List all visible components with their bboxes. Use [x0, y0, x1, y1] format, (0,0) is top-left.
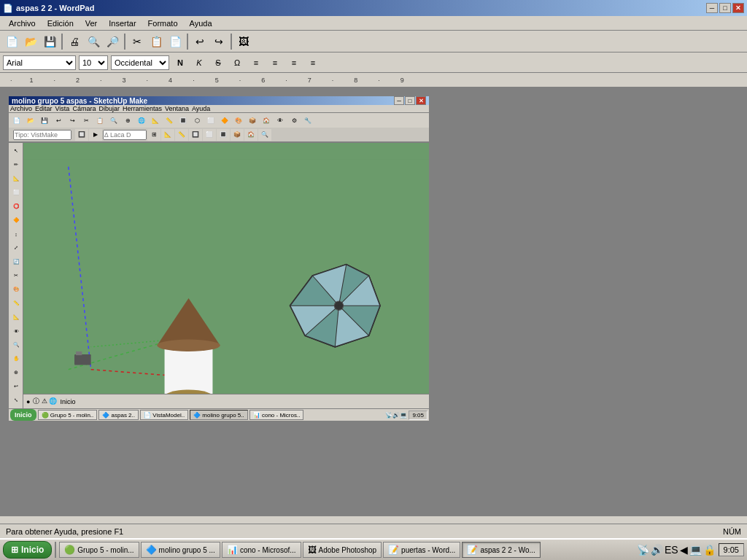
sk-menu-editar[interactable]: Editar: [35, 105, 53, 112]
sk-tool-19[interactable]: ⤡: [9, 394, 23, 407]
sk-btn-t3[interactable]: ⊞: [147, 129, 160, 141]
new-button[interactable]: 📄: [3, 33, 20, 50]
menu-formato[interactable]: Formato: [142, 18, 184, 29]
sk-menu-camara[interactable]: Cámara: [72, 105, 96, 112]
sk-tool-7[interactable]: ↕: [9, 228, 23, 241]
sk-tool-8[interactable]: ⤢: [9, 241, 23, 254]
print-button[interactable]: 🖨: [66, 33, 83, 50]
symbol-button[interactable]: Ω: [229, 55, 245, 70]
sk-start-btn[interactable]: Inicio: [10, 409, 36, 421]
sk-btn-18[interactable]: 📦: [246, 114, 259, 126]
sk-btn-22[interactable]: 🔧: [301, 114, 314, 126]
align-left-button[interactable]: ≡: [248, 55, 264, 70]
maximize-button[interactable]: □: [719, 3, 731, 13]
sk-tool-6[interactable]: 🔶: [9, 214, 23, 227]
sk-tool-18[interactable]: ↩: [9, 380, 23, 393]
sk-btn-t7[interactable]: ⬜: [203, 129, 216, 141]
sk-btn-13[interactable]: 🔳: [177, 114, 190, 126]
list-button[interactable]: ≡: [305, 55, 321, 70]
paste-button[interactable]: 📄: [166, 33, 184, 50]
sk-btn-11[interactable]: 📐: [149, 114, 162, 126]
start-button[interactable]: ⊞ Inicio: [3, 541, 52, 559]
print-preview-button[interactable]: 🔍: [85, 33, 102, 50]
sk-btn-t6[interactable]: 🔲: [189, 129, 202, 141]
sk-btn-20[interactable]: 👁: [274, 114, 287, 126]
sk-btn-9[interactable]: ⊕: [121, 114, 134, 126]
menu-ayuda[interactable]: Ayuda: [184, 18, 218, 29]
save-button[interactable]: 💾: [41, 33, 58, 50]
taskbar-btn-3[interactable]: 🖼 Adobe Photoshop: [303, 542, 382, 558]
sk-close-button[interactable]: ✕: [416, 96, 426, 105]
sk-btn-t5[interactable]: 📏: [175, 129, 188, 141]
sk-tool-11[interactable]: 🎨: [9, 283, 23, 296]
align-right-button[interactable]: ≡: [286, 55, 302, 70]
sk-tool-2[interactable]: ✏: [9, 158, 23, 171]
sk-menu-ayuda[interactable]: Ayuda: [192, 105, 210, 112]
sk-new-btn[interactable]: 📄: [10, 114, 23, 126]
sk-btn-t1[interactable]: 🔲: [75, 129, 88, 141]
sk-tool-10[interactable]: ✂: [9, 269, 23, 282]
sk-select-tool[interactable]: ↖: [9, 144, 23, 158]
open-button[interactable]: 📂: [22, 33, 39, 50]
sk-tool-15[interactable]: 🔍: [9, 338, 23, 351]
sk-btn-21[interactable]: ⚙: [287, 114, 301, 126]
sk-tool-12[interactable]: 📏: [9, 297, 23, 310]
sk-type-input[interactable]: [13, 130, 71, 140]
sk-btn-t9[interactable]: 📦: [231, 129, 244, 141]
sk-taskbar-btn-5[interactable]: 📊 cono - Micros..: [249, 410, 304, 420]
sk-btn-14[interactable]: ⬡: [190, 114, 204, 126]
arrow-left-icon[interactable]: ◀: [680, 544, 688, 556]
sk-tool-17[interactable]: ⊕: [9, 366, 23, 379]
strikethrough-button[interactable]: S: [210, 55, 226, 70]
taskbar-btn-4[interactable]: 📝 puertas - Word...: [383, 542, 460, 558]
sk-menu-vista[interactable]: Vista: [55, 105, 70, 112]
sk-tool-13[interactable]: 📐: [9, 311, 23, 324]
menu-insertar[interactable]: Insertar: [103, 18, 142, 29]
sk-menu-dibujar[interactable]: Dibujar: [98, 105, 120, 112]
sk-search-box[interactable]: [10, 130, 74, 140]
taskbar-btn-0[interactable]: 🟢 Grupo 5 - molin...: [59, 542, 139, 558]
sk-btn-t2[interactable]: ▶: [89, 129, 102, 141]
sk-tool-5[interactable]: ⭕: [9, 200, 23, 213]
sk-menu-herramientas[interactable]: Herramientas: [123, 105, 162, 112]
sk-taskbar-btn-2[interactable]: 🔷 aspas 2..: [98, 410, 139, 420]
sk-tool-16[interactable]: ✋: [9, 352, 23, 365]
sk-taskbar-btn-3[interactable]: 📄 VistaModel..: [140, 410, 188, 420]
sk-btn-12[interactable]: 📏: [163, 114, 176, 126]
sk-tool-4[interactable]: ⬜: [9, 186, 23, 199]
sk-taskbar-btn-4[interactable]: 🔷 molino grupo 5..: [190, 410, 248, 420]
copy-button[interactable]: 📋: [147, 33, 165, 50]
taskbar-btn-2[interactable]: 📊 cono - Microsof...: [222, 542, 301, 558]
sk-tool-3[interactable]: 📐: [9, 172, 23, 185]
sk-btn-19[interactable]: 🏠: [260, 114, 273, 126]
undo-button[interactable]: ↩: [191, 33, 209, 50]
sk-taskbar-btn-1[interactable]: 🟢 Grupo 5 - molin..: [38, 410, 98, 420]
encoding-select[interactable]: Occidental: [111, 55, 169, 70]
sk-save-btn[interactable]: 💾: [38, 114, 51, 126]
sk-btn-5[interactable]: ↪: [66, 114, 79, 126]
close-button[interactable]: ✕: [732, 3, 744, 13]
menu-edicion[interactable]: Edición: [42, 18, 80, 29]
minimize-button[interactable]: ─: [706, 3, 718, 13]
font-size-select[interactable]: 10: [79, 55, 108, 70]
find-button[interactable]: 🔎: [104, 33, 121, 50]
sk-btn-10[interactable]: 🌐: [135, 114, 148, 126]
sk-btn-6[interactable]: ✂: [80, 114, 93, 126]
sk-btn-t11[interactable]: 🔍: [258, 129, 271, 141]
bold-button[interactable]: N: [172, 55, 188, 70]
sketchup-viewport[interactable]: ● ⓘ ⚠ 🌐 Inicio: [23, 143, 429, 408]
cut-button[interactable]: ✂: [128, 33, 146, 50]
insert-image-button[interactable]: 🖼: [235, 33, 252, 50]
sk-btn-7[interactable]: 📋: [93, 114, 107, 126]
sk-value-input[interactable]: [103, 130, 147, 140]
taskbar-clock[interactable]: 9:05: [719, 543, 744, 556]
taskbar-btn-1[interactable]: 🔷 molino grupo 5 ...: [141, 542, 220, 558]
sk-minimize-button[interactable]: ─: [394, 96, 404, 105]
sk-tool-14[interactable]: 👁: [9, 324, 23, 338]
menu-archivo[interactable]: Archivo: [3, 18, 42, 29]
menu-ver[interactable]: Ver: [80, 18, 104, 29]
sk-menu-ventana[interactable]: Ventana: [165, 105, 189, 112]
sk-btn-17[interactable]: 🎨: [232, 114, 245, 126]
font-select[interactable]: Arial: [3, 55, 76, 70]
lang-indicator[interactable]: ES: [665, 544, 678, 556]
